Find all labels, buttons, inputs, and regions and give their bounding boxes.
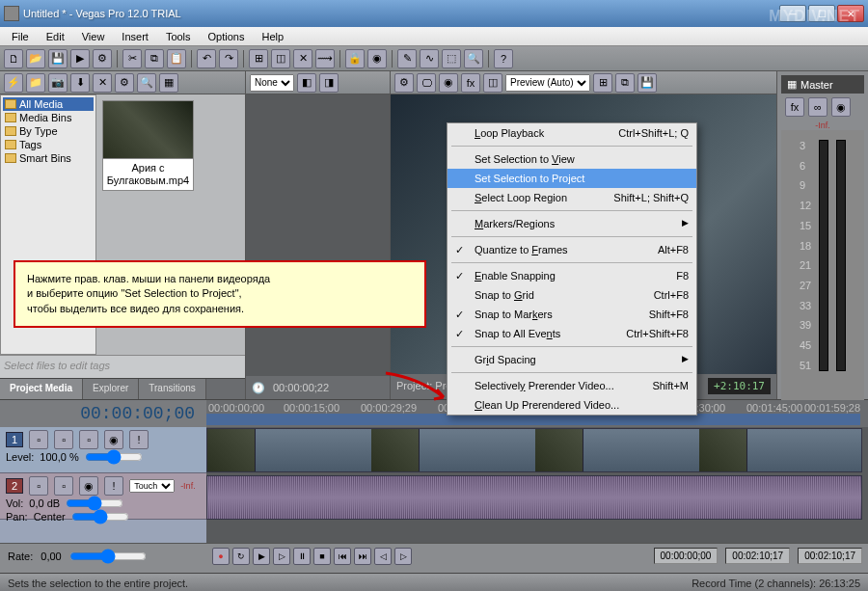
play-button[interactable]: ▷ [273, 548, 290, 565]
trimmer-body[interactable] [246, 94, 390, 376]
media-views-icon[interactable]: ▦ [159, 73, 178, 93]
autoripple-icon[interactable]: ⟿ [315, 49, 335, 68]
ignore-icon[interactable]: ◉ [367, 49, 387, 68]
loop-button[interactable]: ↻ [232, 548, 250, 565]
menu-help[interactable]: Help [254, 29, 291, 44]
audio-pan-slider[interactable] [71, 512, 129, 522]
track-solo-icon[interactable]: ! [129, 430, 149, 449]
master-fx-icon[interactable]: fx [785, 97, 804, 117]
pause-button[interactable]: ⏸ [293, 548, 311, 565]
snap-icon[interactable]: ⊞ [249, 49, 268, 68]
tag-editor[interactable]: Select files to edit tags [0, 355, 245, 378]
crossfade-icon[interactable]: ✕ [293, 49, 312, 68]
menu-edit[interactable]: Edit [39, 29, 72, 44]
help-icon[interactable]: ? [494, 49, 513, 68]
cm-snap-grid[interactable]: Snap to GridCtrl+F8 [448, 285, 696, 305]
time-sel-start[interactable]: 00:00:00;00 [654, 548, 719, 564]
tab-project-media[interactable]: Project Media [0, 379, 83, 399]
audio-fx-icon[interactable]: ▫ [29, 476, 48, 496]
master-dim-icon[interactable]: ◉ [831, 97, 851, 117]
trimmer-btn1-icon[interactable]: ◧ [297, 73, 316, 93]
time-sel-end[interactable]: 00:02:10;17 [725, 548, 790, 564]
prev-frame-button[interactable]: ◁ [374, 548, 392, 565]
audio-automation-dropdown[interactable]: Touch [129, 479, 175, 493]
cm-snap-all-events[interactable]: ✓Snap to All EventsCtrl+Shift+F8 [448, 324, 696, 343]
cm-quantize-frames[interactable]: ✓Quantize to FramesAlt+F8 [448, 240, 696, 259]
menu-insert[interactable]: Insert [114, 29, 156, 44]
tree-smart-bins[interactable]: Smart Bins [3, 151, 94, 165]
track-comp-icon[interactable]: ▫ [54, 430, 73, 449]
media-folder-icon[interactable]: 📁 [26, 73, 45, 93]
undo-icon[interactable]: ↶ [197, 49, 216, 68]
save-icon[interactable]: 💾 [48, 49, 68, 68]
menu-options[interactable]: Options [201, 29, 253, 44]
pv-copy-icon[interactable]: ⧉ [615, 73, 635, 93]
audio-track-header[interactable]: 2 ▫ ▫ ◉ ! Touch -Inf. Vol:0,0 dB Pan:Cen… [0, 473, 206, 520]
audio-clip[interactable] [206, 475, 862, 520]
record-button[interactable]: ● [212, 548, 230, 565]
play-start-button[interactable]: ▶ [253, 548, 270, 565]
media-search-icon[interactable]: 🔍 [137, 73, 156, 93]
audio-mute-icon[interactable]: ◉ [79, 476, 98, 496]
track-mute-icon[interactable]: ◉ [104, 430, 123, 449]
audio-solo-icon[interactable]: ! [104, 476, 123, 496]
ripple-icon[interactable]: ◫ [271, 49, 290, 68]
cm-set-selection-project[interactable]: Set Selection to Project [448, 169, 696, 188]
tab-transitions[interactable]: Transitions [139, 379, 206, 399]
cm-snap-markers[interactable]: ✓Snap to MarkersShift+F8 [448, 305, 696, 324]
pv-extern-icon[interactable]: 🖵 [417, 73, 436, 93]
cm-select-loop-region[interactable]: Select Loop RegionShift+L; Shift+Q [448, 188, 696, 207]
cm-cleanup-prerendered[interactable]: Clean Up Prerendered Video... [448, 395, 696, 415]
track-motion-icon[interactable]: ▫ [79, 430, 98, 449]
cm-selectively-prerender[interactable]: Selectively Prerender Video...Shift+M [448, 376, 696, 395]
go-start-button[interactable]: ⏮ [334, 548, 351, 565]
cm-loop-playback[interactable]: LLoop Playbackoop PlaybackCtrl+Shift+L; … [448, 123, 696, 143]
remove-icon[interactable]: ✕ [93, 73, 112, 93]
menu-tools[interactable]: Tools [158, 29, 199, 44]
tree-by-type[interactable]: By Type [3, 124, 94, 138]
trimmer-dropdown[interactable]: None [250, 74, 294, 92]
cm-grid-spacing[interactable]: Grid Spacing▶ [448, 350, 696, 369]
render-icon[interactable]: ▶ [70, 49, 90, 68]
stop-button[interactable]: ■ [313, 548, 331, 565]
cut-icon[interactable]: ✂ [122, 49, 142, 68]
menu-view[interactable]: View [74, 29, 113, 44]
audio-vol-slider[interactable] [66, 498, 123, 508]
master-collapse-icon[interactable]: ▦ [787, 78, 797, 91]
audio-inv-icon[interactable]: ▫ [54, 476, 73, 496]
copy-icon[interactable]: ⧉ [145, 49, 164, 68]
tab-explorer[interactable]: Explorer [83, 379, 139, 399]
timeline-cursor-time[interactable]: 00:00:00;00 [0, 404, 206, 423]
cm-enable-snapping[interactable]: ✓Enable SnappingF8 [448, 266, 696, 285]
next-frame-button[interactable]: ▷ [394, 548, 412, 565]
open-icon[interactable]: 📂 [26, 49, 45, 68]
timeline-clips-area[interactable] [206, 427, 868, 543]
rate-slider[interactable] [69, 549, 147, 564]
import-icon[interactable]: ⚡ [4, 73, 23, 93]
pv-split-icon[interactable]: ◫ [483, 73, 502, 93]
pv-overlay-icon[interactable]: ◉ [439, 73, 458, 93]
time-sel-length[interactable]: 00:02:10;17 [798, 548, 862, 564]
go-end-button[interactable]: ⏭ [354, 548, 371, 565]
media-item[interactable]: Ария с Булгаковым.mp4 [102, 100, 194, 191]
cm-markers-regions[interactable]: Markers/Regions▶ [448, 214, 696, 233]
new-icon[interactable]: 🗋 [4, 49, 23, 68]
pv-props-icon[interactable]: ⚙ [394, 73, 414, 93]
menu-file[interactable]: File [4, 29, 37, 44]
video-track-header[interactable]: 1 ▫ ▫ ▫ ◉ ! Level:100,0 % [0, 427, 206, 473]
video-level-slider[interactable] [85, 452, 143, 462]
pv-overlay2-icon[interactable]: ⊞ [593, 73, 612, 93]
capture-icon[interactable]: 📷 [48, 73, 68, 93]
tree-tags[interactable]: Tags [3, 138, 94, 151]
preview-quality-dropdown[interactable]: Preview (Auto) [505, 74, 590, 92]
pv-fx-icon[interactable]: fx [461, 73, 480, 93]
trimmer-btn2-icon[interactable]: ◨ [319, 73, 339, 93]
properties-icon[interactable]: ⚙ [93, 49, 112, 68]
tree-all-media[interactable]: All Media [3, 97, 94, 111]
track-fx-icon[interactable]: ▫ [29, 430, 48, 449]
edit-mode-icon[interactable]: ✎ [397, 49, 417, 68]
lock-icon[interactable]: 🔒 [345, 49, 365, 68]
envelope-icon[interactable]: ∿ [420, 49, 439, 68]
redo-icon[interactable]: ↷ [219, 49, 238, 68]
tree-media-bins[interactable]: Media Bins [3, 111, 94, 124]
